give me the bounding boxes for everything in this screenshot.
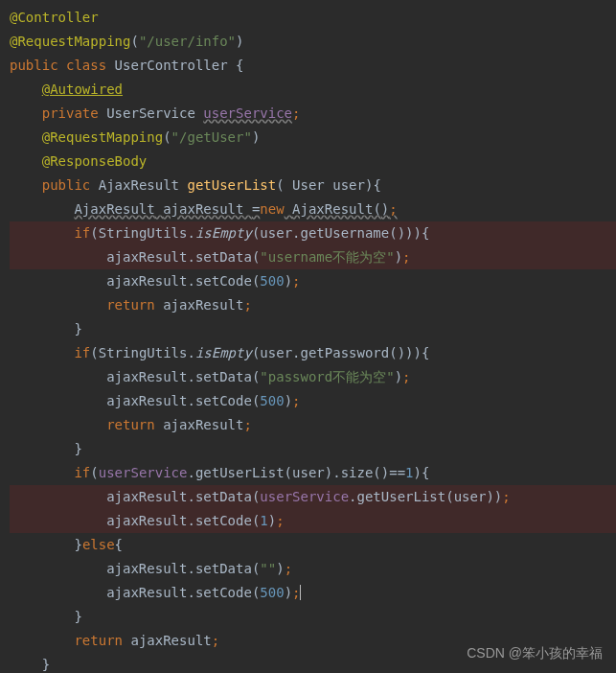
keyword: return — [74, 633, 123, 648]
string-literal: "/user/info" — [139, 34, 236, 49]
code-line: @RequestMapping("/user/info") — [10, 30, 616, 54]
method-name: getUserList — [187, 177, 276, 193]
class-name: UserController — [115, 58, 228, 73]
code-line: ajaxResult.setData("password不能为空"); — [10, 365, 616, 389]
code-line: @Autowired — [10, 78, 616, 102]
code-line: if(StringUtils.isEmpty(user.getPassword(… — [10, 341, 616, 365]
string-literal: "" — [260, 561, 276, 576]
string-literal: "/getUser" — [171, 129, 252, 145]
keyword: return — [106, 297, 155, 313]
keyword: public — [10, 58, 58, 73]
code-line: public AjaxResult getUserList( User user… — [10, 174, 616, 197]
code-line: return ajaxResult; — [10, 413, 616, 437]
string-literal: "username不能为空" — [260, 249, 394, 265]
number: 500 — [260, 273, 284, 289]
number: 1 — [405, 465, 413, 480]
code-line: } — [10, 605, 616, 629]
code-line: return ajaxResult; — [10, 293, 616, 317]
field: userService — [260, 489, 349, 504]
code-line: if(userService.getUserList(user).size()=… — [10, 461, 616, 485]
field: userService — [99, 465, 188, 480]
code-editor[interactable]: @Controller @RequestMapping("/user/info"… — [0, 0, 616, 673]
keyword: return — [106, 417, 155, 432]
string-literal: "password不能为空" — [260, 369, 394, 384]
code-line: ajaxResult.setData(""); — [10, 557, 616, 581]
watermark-text: CSDN @笨小孩的幸福 — [467, 641, 603, 665]
code-line: private UserService userService; — [10, 102, 616, 126]
code-line: if(StringUtils.isEmpty(user.getUsername(… — [10, 221, 616, 245]
code-line: ajaxResult.setCode(1); — [10, 509, 616, 533]
code-line: ajaxResult.setCode(500); — [10, 389, 616, 413]
annotation: @RequestMapping — [42, 129, 163, 145]
type: User — [292, 177, 325, 193]
keyword: class — [66, 58, 106, 73]
keyword: private — [42, 105, 99, 121]
code-line: ajaxResult.setData(userService.getUserLi… — [10, 485, 616, 509]
annotation: @ResponseBody — [42, 153, 148, 169]
code-line: public class UserController { — [10, 54, 616, 78]
keyword: if — [74, 225, 90, 241]
param-name: user — [332, 177, 365, 193]
type: UserService — [106, 105, 195, 121]
number: 500 — [260, 393, 284, 408]
code-line: } — [10, 317, 616, 341]
annotation: @Autowired — [42, 81, 123, 97]
code-line: ajaxResult.setData("username不能为空"); — [10, 245, 616, 269]
keyword: if — [74, 345, 90, 360]
keyword: if — [74, 465, 90, 480]
code-line: @Controller — [10, 6, 616, 30]
code-line: @RequestMapping("/getUser") — [10, 126, 616, 150]
code-line: } — [10, 437, 616, 461]
code-line: }else{ — [10, 533, 616, 557]
text-cursor — [300, 585, 301, 600]
field: userService — [203, 105, 292, 121]
number: 500 — [260, 585, 284, 600]
annotation: @Controller — [10, 10, 99, 25]
code-line: AjaxResult ajaxResult =new AjaxResult(); — [10, 197, 616, 221]
keyword: public — [42, 177, 91, 193]
code-line: ajaxResult.setCode(500); — [10, 269, 616, 293]
keyword: else — [82, 537, 115, 552]
number: 1 — [260, 513, 267, 528]
code-line: @ResponseBody — [10, 150, 616, 174]
annotation: @RequestMapping — [10, 34, 130, 49]
type: AjaxResult — [99, 177, 179, 193]
keyword: new — [260, 201, 284, 217]
code-line: ajaxResult.setCode(500); — [10, 581, 616, 605]
